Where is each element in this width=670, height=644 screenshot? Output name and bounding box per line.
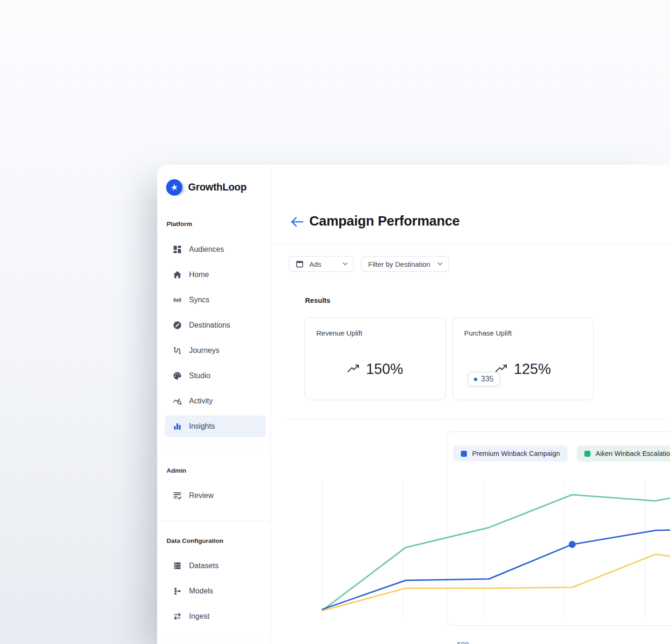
sidebar-section-label: Admin <box>167 467 186 474</box>
sidebar-item-home[interactable]: Home <box>165 264 266 285</box>
destination-dropdown-placeholder: Filter by Destination <box>368 260 430 268</box>
results-heading: Results <box>305 296 330 304</box>
broadcast-icon <box>173 295 182 305</box>
sidebar-item-label: Models <box>189 587 213 595</box>
sidebar-item-audiences[interactable]: Audiences <box>165 239 266 260</box>
sidebar-item-insights[interactable]: Insights <box>165 416 266 437</box>
datasets-icon <box>173 561 182 571</box>
sidebar-item-ingest[interactable]: Ingest <box>165 606 266 627</box>
chart-tooltip: 335 <box>468 372 500 386</box>
growthloop-logo-icon <box>166 179 182 196</box>
y-axis-tick-label: 500 <box>441 640 469 644</box>
sidebar-item-datasets[interactable]: Datasets <box>165 555 266 577</box>
compass-icon <box>173 321 182 330</box>
review-icon <box>173 491 182 500</box>
purchase-uplift-card: Purchase Uplift 125% <box>452 317 594 400</box>
sidebar-item-label: Journeys <box>189 346 219 355</box>
legend-chip-premium-winback-campaign[interactable]: Premium Winback Campaign <box>453 446 568 461</box>
sidebar-item-label: Home <box>189 271 209 279</box>
sidebar-item-review[interactable]: Review <box>165 485 266 506</box>
chevron-down-icon <box>342 262 348 266</box>
chevron-down-icon <box>437 262 443 266</box>
sidebar-item-label: Studio <box>189 372 210 380</box>
sidebar-item-destinations[interactable]: Destinations <box>165 315 266 336</box>
legend-swatch <box>461 451 467 457</box>
metric-label: Purchase Uplift <box>464 329 512 337</box>
sidebar-section-label: Platform <box>167 220 192 227</box>
sidebar-item-models[interactable]: Models <box>165 580 266 602</box>
header-divider <box>271 243 670 244</box>
sidebar-section-label: Data Configuration <box>167 537 224 544</box>
ads-type-dropdown[interactable]: Ads <box>289 256 354 272</box>
metric-value: 125% <box>514 361 551 378</box>
sidebar-divider <box>157 520 270 521</box>
ads-dropdown-value: Ads <box>309 260 321 268</box>
sidebar-item-studio[interactable]: Studio <box>165 365 266 387</box>
sidebar-item-label: Ingest <box>189 612 210 621</box>
filter-by-destination-dropdown[interactable]: Filter by Destination <box>361 256 449 272</box>
logo: GrowthLoop <box>166 179 247 196</box>
main-content: Campaign Performance Ads Filter by Desti… <box>271 165 670 644</box>
sidebar-item-syncs[interactable]: Syncs <box>165 289 266 311</box>
sidebar-item-label: Syncs <box>189 296 210 304</box>
legend-chip-aiken-winback-escalation[interactable]: Aiken Winback Escalation <box>577 446 670 461</box>
revenue-uplift-card: Revenue Uplift 150% <box>305 317 446 400</box>
palette-icon <box>173 371 182 381</box>
sidebar-item-label: Destinations <box>189 321 230 329</box>
metric-value: 150% <box>366 361 403 378</box>
sidebar: GrowthLoop Platform Audiences Home Syncs… <box>157 165 271 644</box>
page-title: Campaign Performance <box>309 213 460 229</box>
tooltip-series-dot <box>474 378 477 381</box>
legend-swatch <box>584 451 590 457</box>
sidebar-item-label: Review <box>189 491 213 500</box>
trend-up-icon <box>347 364 360 375</box>
activity-icon <box>173 396 182 406</box>
metric-label: Revenue Uplift <box>316 329 362 337</box>
sidebar-item-label: Activity <box>189 397 213 405</box>
section-divider <box>285 419 670 419</box>
bar-chart-icon <box>173 422 182 431</box>
tooltip-value: 335 <box>481 375 494 383</box>
grid-icon <box>173 245 182 254</box>
home-icon <box>173 270 182 279</box>
sidebar-item-label: Insights <box>189 422 215 431</box>
models-icon <box>173 586 182 596</box>
window-icon <box>296 260 304 268</box>
sidebar-item-label: Audiences <box>189 245 224 254</box>
sidebar-item-activity[interactable]: Activity <box>165 390 266 412</box>
legend-label: Aiken Winback Escalation <box>596 450 670 457</box>
sidebar-item-journeys[interactable]: Journeys <box>165 340 266 361</box>
legend-label: Premium Winback Campaign <box>472 450 560 457</box>
app-window: GrowthLoop Platform Audiences Home Syncs… <box>157 165 670 644</box>
app-title: GrowthLoop <box>188 182 247 193</box>
swap-arrows-icon <box>173 612 182 621</box>
sidebar-item-label: Datasets <box>189 562 218 570</box>
back-button[interactable] <box>290 216 304 228</box>
sidebar-divider <box>157 448 270 448</box>
sidebar-divider <box>157 640 270 640</box>
route-icon <box>173 346 182 355</box>
